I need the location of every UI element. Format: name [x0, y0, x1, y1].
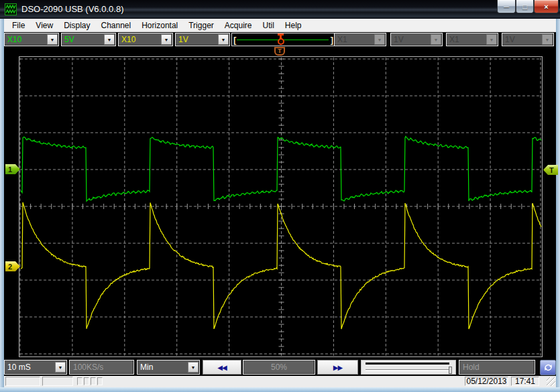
chevron-down-icon[interactable]: ▼ — [55, 362, 66, 373]
menu-item-view[interactable]: View — [30, 19, 58, 31]
minimize-icon: ─ — [504, 3, 509, 11]
trigger-time-marker[interactable]: T — [274, 47, 285, 56]
horizontal-toolbar: 10 mS ▼ 100KS/s Min ▼ ◀◀ 50% ▶▶ Hold — [4, 359, 556, 376]
app-window: DSO-2090 USB (V6.0.0.8) ─ □ × File View … — [0, 0, 560, 392]
scroll-right-button[interactable]: ▶▶ — [317, 360, 358, 375]
buffer-position-display: 50% — [243, 360, 315, 375]
trigger-marker-label: T — [549, 166, 554, 174]
chevron-down-icon: ▼ — [542, 34, 553, 45]
status-separator — [91, 377, 96, 385]
menu-item-acquire[interactable]: Acquire — [219, 19, 258, 31]
disabled-combo-2: 1V ▼ — [390, 33, 443, 46]
disabled-combo-4-value: 1V — [502, 35, 542, 44]
window-border-right — [556, 19, 560, 387]
time-display: 17:41 — [511, 377, 539, 386]
chevron-down-icon: ▼ — [486, 34, 497, 45]
window-border-bottom — [0, 387, 560, 392]
timebase-value: 10 mS — [5, 363, 55, 372]
chevron-down-icon: ▼ — [374, 34, 385, 45]
menu-item-help[interactable]: Help — [280, 19, 307, 31]
menu-item-trigger[interactable]: Trigger — [183, 19, 219, 31]
slider-left-bracket: [ — [233, 35, 236, 45]
status-bar: 05/12/2013 17:41 — [4, 376, 556, 387]
title-bar: DSO-2090 USB (V6.0.0.8) ─ □ × — [0, 0, 560, 19]
maximize-icon: □ — [522, 3, 527, 11]
maximize-button[interactable]: □ — [516, 0, 534, 13]
disabled-combo-4: 1V ▼ — [502, 33, 554, 46]
refresh-icon — [543, 363, 553, 373]
trigger-level-marker[interactable]: T — [543, 165, 558, 175]
menu-item-display[interactable]: Display — [58, 19, 95, 31]
ch2-attenuation-combo[interactable]: X10 ▼ — [118, 33, 173, 46]
chevron-down-icon[interactable]: ▼ — [47, 34, 58, 45]
trigger-position-slider[interactable]: [ ] — [231, 33, 336, 46]
chevron-down-icon[interactable]: ▼ — [161, 34, 172, 45]
minimize-button[interactable]: ─ — [497, 0, 516, 13]
ch1-marker-label: 1 — [8, 166, 12, 174]
menu-item-channel[interactable]: Channel — [96, 19, 137, 31]
app-icon — [5, 3, 17, 15]
ch1-position-marker[interactable]: 1 — [5, 164, 20, 174]
buffer-fill-bar — [366, 363, 449, 365]
disabled-combo-1-value: X1 — [335, 35, 374, 44]
trigger-position-marker-icon[interactable] — [276, 34, 285, 46]
chevron-down-icon: ▼ — [431, 34, 441, 45]
hold-display: Hold — [459, 360, 535, 375]
refresh-button[interactable] — [540, 360, 556, 375]
disabled-combo-3-value: X1 — [447, 35, 486, 44]
resize-grip[interactable] — [547, 377, 555, 386]
menu-item-horizontal[interactable]: Horizontal — [136, 19, 183, 31]
ch1-volts-div-combo[interactable]: 5V ▼ — [61, 33, 116, 46]
date-display: 05/12/2013 — [465, 377, 508, 386]
chevron-down-icon[interactable]: ▼ — [218, 34, 229, 45]
close-button[interactable]: × — [534, 0, 559, 13]
waveform-plot — [19, 57, 542, 356]
channel-toolbar: X10 ▼ 5V ▼ X10 ▼ 1V ▼ [ ] X1 ▼ 1V — [4, 32, 556, 47]
menu-item-file[interactable]: File — [7, 19, 30, 31]
ch2-marker-label: 2 — [8, 263, 12, 271]
chevron-down-icon[interactable]: ▼ — [104, 34, 115, 45]
scroll-left-button[interactable]: ◀◀ — [203, 360, 241, 375]
ch2-attenuation-value: X10 — [119, 35, 161, 44]
close-icon: × — [544, 3, 548, 11]
hold-value: Hold — [463, 363, 480, 372]
status-panel-2 — [42, 377, 73, 386]
slider-right-bracket: ] — [331, 35, 333, 45]
status-separator — [77, 377, 82, 385]
disabled-combo-3: X1 ▼ — [446, 33, 498, 46]
timebase-combo[interactable]: 10 mS ▼ — [4, 360, 67, 375]
disabled-combo-2-value: 1V — [391, 35, 431, 44]
sample-rate-value: 100KS/s — [73, 363, 103, 372]
date-value: 05/12/2013 — [466, 377, 506, 386]
buffer-position-value: 50% — [271, 363, 287, 372]
ch1-attenuation-combo[interactable]: X10 ▼ — [4, 33, 59, 46]
ch2-volts-div-combo[interactable]: 1V ▼ — [175, 33, 230, 46]
acquisition-mode-value: Min — [137, 363, 188, 372]
ch2-position-marker[interactable]: 2 — [5, 261, 20, 271]
slider-thumb[interactable] — [449, 367, 452, 374]
menu-item-util[interactable]: Util — [258, 19, 280, 31]
status-separator — [84, 377, 89, 385]
window-border-left — [0, 19, 4, 387]
ch2-volts-div-value: 1V — [176, 35, 218, 44]
chevron-down-icon[interactable]: ▼ — [188, 362, 199, 373]
status-panel-1 — [5, 377, 40, 386]
scroll-right-icon: ▶▶ — [333, 364, 342, 371]
status-separator — [97, 377, 103, 385]
ch1-volts-div-value: 5V — [62, 35, 104, 44]
time-value: 17:41 — [515, 377, 535, 386]
scope-display — [19, 56, 543, 357]
menu-bar: File View Display Channel Horizontal Tri… — [4, 19, 556, 32]
ch1-attenuation-value: X10 — [5, 35, 47, 44]
disabled-combo-1: X1 ▼ — [334, 33, 386, 46]
buffer-position-slider[interactable] — [361, 360, 456, 375]
slider-groove — [366, 369, 451, 371]
scroll-left-icon: ◀◀ — [217, 364, 226, 371]
acquisition-mode-combo[interactable]: Min ▼ — [137, 360, 200, 375]
window-title: DSO-2090 USB (V6.0.0.8) — [21, 4, 123, 14]
sample-rate-display: 100KS/s — [69, 360, 134, 375]
